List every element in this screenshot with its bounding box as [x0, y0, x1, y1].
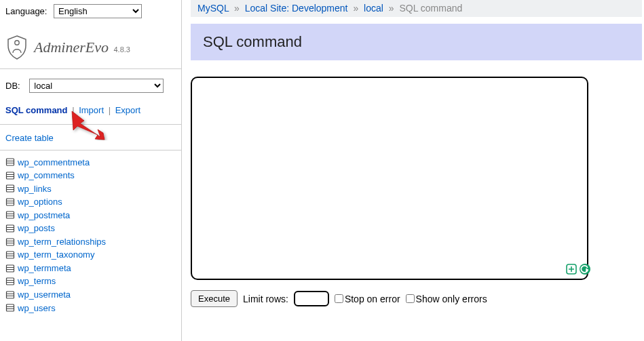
stop-on-error-text: Stop on error: [345, 294, 400, 304]
svg-point-0: [15, 41, 19, 45]
table-icon: [5, 157, 15, 167]
table-link[interactable]: wp_terms: [18, 275, 56, 287]
breadcrumb-db[interactable]: local: [364, 3, 383, 14]
table-link[interactable]: wp_term_relationships: [18, 236, 106, 248]
table-icon: [5, 197, 15, 207]
table-row: wp_terms: [5, 275, 176, 288]
create-table-block: Create table: [0, 125, 181, 151]
extension-widgets: [565, 263, 591, 275]
svg-rect-13: [7, 212, 14, 218]
db-select[interactable]: local: [29, 79, 164, 93]
sql-area: Execute Limit rows: Stop on error Show o…: [191, 77, 644, 307]
page-title-bar: SQL command: [191, 24, 642, 60]
show-only-errors-label[interactable]: Show only errors: [406, 294, 487, 304]
table-link[interactable]: wp_posts: [18, 222, 55, 235]
table-link[interactable]: wp_users: [18, 302, 56, 315]
table-row: wp_termmeta: [5, 262, 176, 275]
svg-rect-28: [7, 278, 14, 285]
table-row: wp_options: [5, 195, 176, 209]
table-icon: [5, 277, 15, 286]
show-only-errors-checkbox[interactable]: [406, 294, 415, 303]
show-only-errors-text: Show only errors: [416, 294, 487, 304]
table-icon: [5, 264, 15, 273]
sidebar: Language: English AdminerEvo 4.8.3 DB: l…: [0, 0, 182, 341]
db-row: DB: local: [0, 69, 181, 100]
table-row: wp_postmeta: [5, 209, 176, 222]
table-link[interactable]: wp_usermeta: [18, 289, 71, 301]
app-version: 4.8.3: [113, 45, 130, 54]
table-row: wp_term_relationships: [5, 235, 176, 249]
separator: |: [109, 105, 111, 115]
sql-textarea[interactable]: [191, 77, 588, 280]
table-row: wp_users: [5, 302, 176, 315]
language-label: Language:: [5, 6, 47, 16]
separator: |: [72, 105, 74, 115]
svg-rect-19: [7, 239, 14, 245]
svg-rect-34: [7, 304, 14, 311]
tables-list: wp_commentmeta wp_comments wp_links wp_o…: [0, 151, 181, 321]
svg-rect-16: [7, 225, 14, 232]
table-icon: [5, 303, 15, 313]
shield-icon: [5, 35, 29, 60]
table-row: wp_posts: [5, 222, 176, 235]
table-icon: [5, 290, 15, 300]
app-name: AdminerEvo 4.8.3: [34, 39, 130, 56]
table-link[interactable]: wp_termmeta: [18, 262, 71, 275]
svg-rect-22: [7, 252, 14, 258]
link-import[interactable]: Import: [79, 105, 104, 115]
breadcrumb-separator: »: [389, 3, 394, 14]
execute-button[interactable]: Execute: [191, 290, 238, 307]
main-content: MySQL » Local Site: Development » local …: [191, 0, 644, 341]
stop-on-error-checkbox[interactable]: [335, 294, 343, 303]
table-row: wp_term_taxonomy: [5, 248, 176, 262]
table-row: wp_usermeta: [5, 288, 176, 302]
table-link[interactable]: wp_links: [18, 183, 52, 195]
table-row: wp_links: [5, 182, 176, 196]
controls-row: Execute Limit rows: Stop on error Show o…: [191, 290, 644, 307]
widget-icon[interactable]: [565, 263, 577, 275]
breadcrumb-mysql[interactable]: MySQL: [197, 3, 229, 14]
table-link[interactable]: wp_term_taxonomy: [18, 249, 94, 261]
svg-rect-31: [7, 292, 14, 298]
svg-rect-10: [7, 199, 14, 205]
logo-block: AdminerEvo 4.8.3: [0, 22, 181, 69]
action-links: SQL command | Import | Export: [0, 100, 181, 125]
language-select[interactable]: English: [54, 4, 142, 18]
page-title: SQL command: [203, 33, 630, 51]
table-icon: [5, 250, 15, 260]
table-icon: [5, 237, 15, 247]
svg-rect-7: [7, 185, 14, 192]
breadcrumb-separator: »: [353, 3, 358, 14]
table-icon: [5, 210, 15, 220]
table-link[interactable]: wp_comments: [18, 169, 75, 182]
svg-rect-1: [7, 159, 14, 165]
breadcrumb-server[interactable]: Local Site: Development: [245, 3, 348, 14]
link-create-table[interactable]: Create table: [5, 133, 54, 143]
limit-rows-label: Limit rows:: [243, 294, 288, 304]
table-link[interactable]: wp_options: [18, 196, 62, 208]
db-label: DB:: [5, 81, 20, 91]
link-sql-command[interactable]: SQL command: [5, 105, 68, 115]
table-row: wp_comments: [5, 169, 176, 182]
table-icon: [5, 184, 15, 193]
breadcrumb: MySQL » Local Site: Development » local …: [191, 0, 642, 17]
language-row: Language: English: [0, 0, 181, 22]
svg-rect-4: [7, 172, 14, 179]
stop-on-error-label[interactable]: Stop on error: [335, 294, 400, 304]
grammarly-icon[interactable]: [579, 263, 591, 275]
table-link[interactable]: wp_postmeta: [18, 209, 70, 222]
table-link[interactable]: wp_commentmeta: [18, 157, 90, 169]
breadcrumb-current: SQL command: [399, 3, 462, 14]
limit-rows-input[interactable]: [294, 291, 329, 306]
svg-rect-25: [7, 265, 14, 272]
table-icon: [5, 224, 15, 233]
breadcrumb-separator: »: [234, 3, 240, 14]
link-export[interactable]: Export: [115, 105, 141, 115]
table-row: wp_commentmeta: [5, 156, 176, 169]
table-icon: [5, 171, 15, 180]
